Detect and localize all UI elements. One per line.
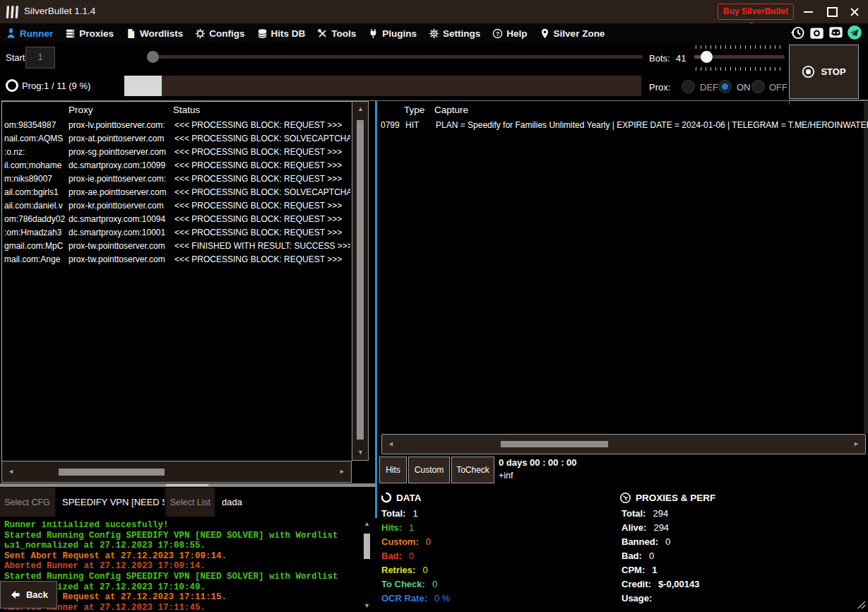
table-row[interactable]: nail.com:AQMSprox-at.pointtoserver.com<<… (1, 132, 350, 146)
log-line: Runner initialized succesfully! (4, 520, 375, 531)
left-table-hscrollbar[interactable]: ◄ ► (1, 461, 352, 483)
proxy-stat-alive: Alive:294 (622, 522, 669, 533)
telegram-button[interactable] (847, 25, 862, 40)
minimize-icon (804, 11, 813, 13)
stop-button[interactable]: STOP (789, 45, 859, 99)
table-row[interactable]: mail.com:Angeprox-tw.pointtoserver.com<<… (1, 253, 350, 266)
log-line: Aborted Runner at 27.12.2023 17:11:45. (4, 603, 375, 612)
resize-grip[interactable] (857, 600, 866, 609)
tab-hits[interactable]: Hits (379, 457, 407, 483)
panel-splitter[interactable] (0, 483, 375, 487)
menu-silver-zone[interactable]: Silver Zone (540, 28, 605, 39)
table-row[interactable]: om:98354987prox-lv.pointtoserver.com:<<<… (1, 119, 350, 132)
prox-off-radio[interactable] (751, 80, 765, 93)
table-row[interactable]: om:786daddy02dc.smartproxy.com:10094<<< … (1, 213, 350, 226)
proxy-stat-banned: Banned:0 (622, 536, 670, 547)
progress-ring-icon (6, 79, 18, 92)
progress-bar (124, 76, 641, 96)
splitter-handle[interactable] (166, 484, 208, 486)
scroll-down-arrow[interactable]: ▼ (357, 449, 364, 456)
screenshot-button[interactable] (809, 25, 824, 40)
table-row[interactable]: m:niks89007prox-ie.pointtoserver.com:<<<… (1, 172, 350, 186)
bots-value: 41 (676, 53, 686, 64)
close-button[interactable] (845, 2, 864, 21)
progress-label: Prog:1 / 11 (9 %) (22, 81, 90, 91)
scroll-right-arrow[interactable]: ► (339, 469, 345, 475)
config-name-value[interactable]: SPEEDIFY VPN [NEED SOLVER] (56, 488, 165, 517)
right-table-header-type: Type (404, 105, 424, 115)
table-row[interactable]: ail.com:bgirls1prox-ae.pointtoserver.com… (1, 186, 350, 199)
scroll-down-arrow[interactable]: ▼ (364, 603, 370, 609)
svg-text:?: ? (496, 30, 499, 37)
hscroll-thumb[interactable] (59, 469, 165, 476)
table-row[interactable]: gmail.com:MpCprox-tw.pointtoserver.com<<… (1, 240, 350, 253)
start-input[interactable]: 1 (25, 47, 55, 69)
select-list-button[interactable]: Select List (167, 488, 214, 517)
hit-row[interactable]: 0799 HIT PLAN = Speedify for Families Un… (379, 119, 868, 132)
log-line: Sent Abort Request at 27.12.2023 17:09:1… (4, 551, 375, 562)
menu-plugins[interactable]: Plugins (368, 28, 417, 39)
right-table-vscrollbar[interactable] (864, 102, 868, 433)
scroll-right-arrow[interactable]: ► (853, 441, 860, 447)
log-scroll-thumb[interactable] (364, 534, 370, 559)
data-stats-title: DATA (396, 493, 422, 503)
menu-tools[interactable]: Tools (317, 28, 356, 39)
eta-value: +inf (499, 471, 513, 481)
maximize-button[interactable] (822, 2, 842, 21)
vscroll-thumb[interactable] (357, 120, 364, 440)
table-row[interactable]: il.com;mohamedc.smartproxy.com:10099<<< … (1, 159, 350, 172)
title-bar: SilverBullet 1.1.4 Buy SilverBullet Pro (0, 0, 868, 23)
menu-utility-icons (790, 25, 862, 40)
scroll-up-arrow[interactable]: ▲ (357, 106, 364, 112)
table-row[interactable]: :om:Hmadzah3dc.smartproxy.com:10001<<< P… (1, 226, 350, 240)
menu-configs[interactable]: Configs (195, 28, 244, 39)
proxy-stat-total: Total:294 (622, 508, 668, 519)
silver-zone-pin-icon (540, 28, 550, 39)
bots-slider[interactable] (694, 45, 785, 71)
stat-bad: Bad:0 (381, 551, 414, 561)
discord-icon (828, 25, 843, 40)
table-row[interactable]: ail.com:daniel.vprox-kr.pointtoserver.co… (1, 199, 350, 213)
data-stats-icon (381, 492, 392, 503)
start-slider-thumb[interactable] (147, 51, 159, 63)
prox-on-radio[interactable] (718, 80, 732, 93)
scroll-left-arrow[interactable]: ◄ (388, 441, 394, 447)
discord-button[interactable] (828, 25, 843, 40)
menu-bar: Runner Proxies Wordlists Configs Hits DB… (0, 23, 868, 43)
menu-help[interactable]: ? Help (492, 28, 527, 39)
hscroll-thumb[interactable] (501, 441, 608, 447)
left-table-vscrollbar[interactable]: ▲ ▼ (352, 101, 369, 461)
scroll-left-arrow[interactable]: ◄ (8, 469, 14, 475)
bots-slider-thumb[interactable] (701, 51, 713, 63)
buy-pro-button[interactable]: Buy SilverBullet Pro (718, 4, 794, 20)
log-vscrollbar[interactable]: ▲ ▼ (360, 519, 374, 611)
menu-settings[interactable]: Settings (429, 28, 480, 39)
panel-divider (375, 101, 377, 518)
log-line: Started Running Config SPEEDIFY VPN [NEE… (4, 572, 375, 582)
select-cfg-button[interactable]: Select CFG (0, 488, 54, 517)
right-table-hscrollbar[interactable]: ◄ ► (381, 434, 866, 454)
history-button[interactable] (790, 25, 805, 40)
log-line: ьз1_normalized at 27.12.2023 17:08:55. (4, 541, 375, 551)
menu-proxies[interactable]: Proxies (65, 28, 114, 39)
menu-hitsdb[interactable]: Hits DB (257, 28, 306, 39)
wordlist-name-value[interactable]: dada (215, 488, 375, 517)
bots-label: Bots: (649, 53, 670, 64)
menu-runner[interactable]: Runner (6, 28, 53, 39)
start-slider-track[interactable] (147, 55, 643, 59)
start-slider[interactable] (147, 49, 643, 64)
bots-slider-ticks-top (696, 45, 783, 49)
app-logo-bullets-icon (6, 4, 21, 20)
log-line: ьз1_normalized at 27.12.2023 17:10:49. (4, 582, 375, 593)
back-button[interactable]: Back (0, 581, 57, 608)
menu-wordlists[interactable]: Wordlists (126, 28, 183, 39)
prox-def-radio[interactable] (682, 80, 695, 93)
scroll-up-arrow[interactable]: ▲ (364, 521, 370, 527)
table-row[interactable]: :o.nz:prox-sg.pointtoserver.com<<< PROCE… (1, 146, 350, 159)
right-table-rows: 0799 HIT PLAN = Speedify for Families Un… (379, 119, 868, 132)
minimize-button[interactable] (798, 2, 818, 21)
tab-custom[interactable]: Custom (408, 457, 450, 483)
stat-ocr-rate: OCR Rate:0 % (381, 593, 450, 604)
prox-def-label: DEF (700, 82, 718, 93)
tab-tocheck[interactable]: ToCheck (451, 457, 494, 483)
